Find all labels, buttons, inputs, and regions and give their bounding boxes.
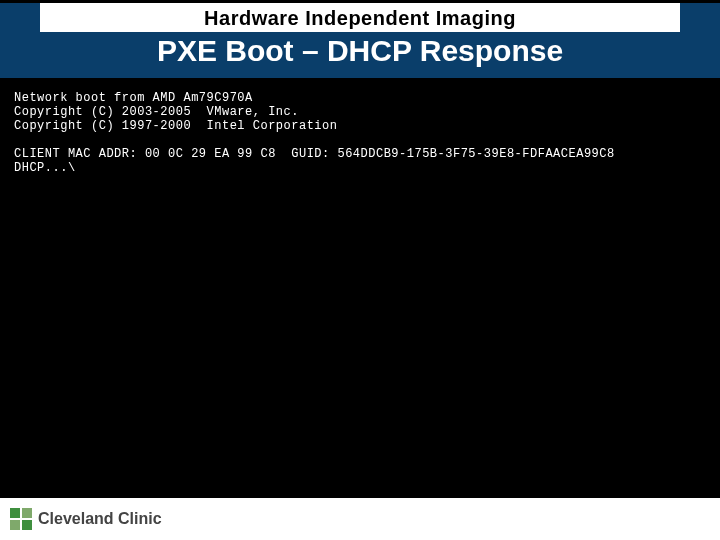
org-logo: Cleveland Clinic xyxy=(10,508,162,530)
org-name: Cleveland Clinic xyxy=(38,510,162,528)
console-line: DHCP...\ xyxy=(14,161,76,175)
console-line: CLIENT MAC ADDR: 00 0C 29 EA 99 C8 GUID:… xyxy=(14,147,615,161)
divider xyxy=(0,490,720,498)
slide-title: PXE Boot – DHCP Response xyxy=(30,32,690,78)
slide: Hardware Independent Imaging PXE Boot – … xyxy=(0,0,720,540)
slide-header: Hardware Independent Imaging PXE Boot – … xyxy=(0,0,720,81)
slide-subtitle: Hardware Independent Imaging xyxy=(0,3,720,32)
console-line: Copyright (C) 2003-2005 VMware, Inc. xyxy=(14,105,299,119)
slide-footer: Cleveland Clinic xyxy=(0,498,720,540)
console-line: Network boot from AMD Am79C970A xyxy=(14,91,253,105)
console-line: Copyright (C) 1997-2000 Intel Corporatio… xyxy=(14,119,337,133)
logo-mark-icon xyxy=(10,508,32,530)
pxe-console: Network boot from AMD Am79C970A Copyrigh… xyxy=(6,81,714,441)
